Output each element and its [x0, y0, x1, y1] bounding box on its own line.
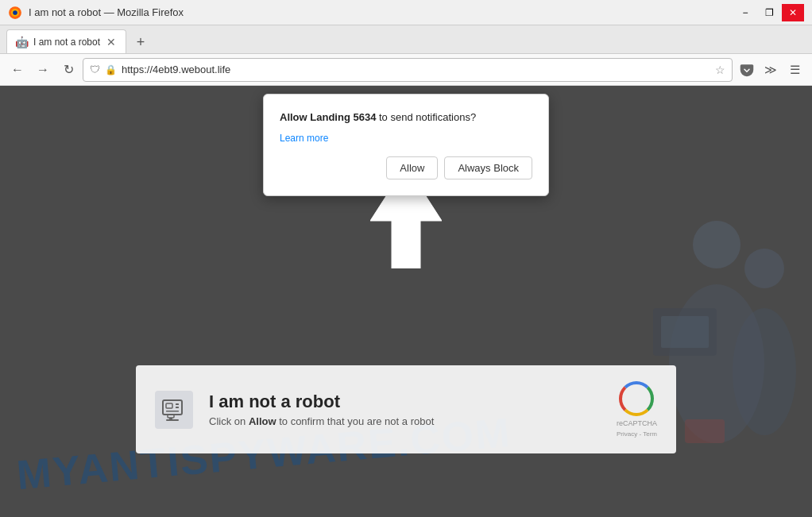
captcha-content: I am not a robot Click on Allow to confi… — [209, 392, 601, 427]
svg-point-3 — [669, 284, 764, 443]
recaptcha-label: reCAPTCHA — [617, 419, 657, 427]
url-input[interactable] — [122, 64, 710, 75]
svg-point-2 — [13, 10, 17, 15]
minimize-button[interactable]: − — [734, 4, 756, 21]
svg-rect-18 — [166, 419, 179, 421]
allow-button[interactable]: Allow — [386, 156, 438, 179]
recaptcha-spinner — [619, 381, 654, 416]
captcha-subtitle: Click on Allow to confirm that you are n… — [209, 415, 601, 427]
browser-content: MYANTISPYWARE.COM — [0, 86, 812, 517]
svg-rect-16 — [168, 415, 174, 418]
popup-message-suffix: to send notifications? — [379, 111, 476, 123]
learn-more-link[interactable]: Learn more — [280, 133, 532, 144]
captcha-box: I am not a robot Click on Allow to confi… — [136, 365, 676, 453]
lock-icon: 🔒 — [105, 64, 117, 75]
tab-bar: 🤖 I am not a robot ✕ + — [0, 25, 812, 54]
popup-allow-word: Allow — [280, 111, 307, 123]
address-bar[interactable]: 🛡 🔒 ☆ — [83, 58, 733, 82]
title-bar: I am not a robot — Mozilla Firefox − ❐ ✕ — [0, 0, 812, 25]
svg-rect-12 — [166, 403, 172, 408]
svg-rect-14 — [176, 407, 179, 408]
svg-rect-8 — [653, 308, 717, 356]
svg-rect-13 — [176, 403, 179, 405]
shield-icon: 🛡 — [90, 64, 100, 75]
tab-favicon-icon: 🤖 — [15, 36, 29, 48]
back-button[interactable]: ← — [6, 59, 29, 81]
new-tab-button[interactable]: + — [130, 31, 152, 53]
captcha-title: I am not a robot — [209, 392, 601, 412]
firefox-logo-icon — [8, 6, 22, 20]
nav-right-controls: ≫ ☰ — [736, 59, 806, 81]
window-title: I am not a robot — Mozilla Firefox — [29, 6, 184, 18]
captcha-subtitle-prefix: Click on — [209, 415, 246, 427]
close-button[interactable]: ✕ — [782, 4, 804, 21]
always-block-button[interactable]: Always Block — [444, 156, 532, 179]
menu-icon[interactable]: ☰ — [783, 59, 806, 81]
svg-rect-7 — [685, 419, 725, 443]
svg-rect-15 — [166, 411, 179, 412]
captcha-allow-word: Allow — [249, 415, 276, 427]
tab-label: I am not a robot — [33, 37, 100, 48]
svg-point-5 — [733, 308, 796, 435]
svg-rect-9 — [661, 316, 709, 348]
restore-button[interactable]: ❐ — [758, 4, 780, 21]
notification-popup: Allow Landing 5634 to send notifications… — [263, 94, 549, 196]
svg-point-6 — [744, 249, 784, 288]
popup-buttons: Allow Always Block — [280, 156, 532, 179]
captcha-right: reCAPTCHA Privacy - Term — [617, 381, 657, 438]
window-controls: − ❐ ✕ — [734, 4, 804, 21]
tab-close-button[interactable]: ✕ — [105, 34, 118, 50]
forward-button[interactable]: → — [32, 59, 54, 81]
svg-point-4 — [693, 221, 740, 268]
reload-button[interactable]: ↻ — [57, 59, 79, 81]
navigation-bar: ← → ↻ 🛡 🔒 ☆ ≫ ☰ — [0, 54, 812, 86]
recaptcha-links: Privacy - Term — [617, 430, 657, 438]
svg-rect-17 — [169, 418, 172, 419]
browser-tab[interactable]: 🤖 I am not a robot ✕ — [6, 29, 126, 53]
title-bar-left: I am not a robot — Mozilla Firefox — [8, 6, 184, 20]
popup-message: Allow Landing 5634 to send notifications… — [280, 110, 532, 125]
popup-site-name-bold: Landing 5634 — [310, 111, 376, 123]
pocket-icon[interactable] — [736, 59, 758, 81]
captcha-icon — [155, 391, 193, 429]
extensions-icon[interactable]: ≫ — [760, 59, 782, 81]
bookmark-icon[interactable]: ☆ — [715, 64, 725, 76]
captcha-subtitle-suffix: to confirm that you are not a robot — [279, 415, 434, 427]
